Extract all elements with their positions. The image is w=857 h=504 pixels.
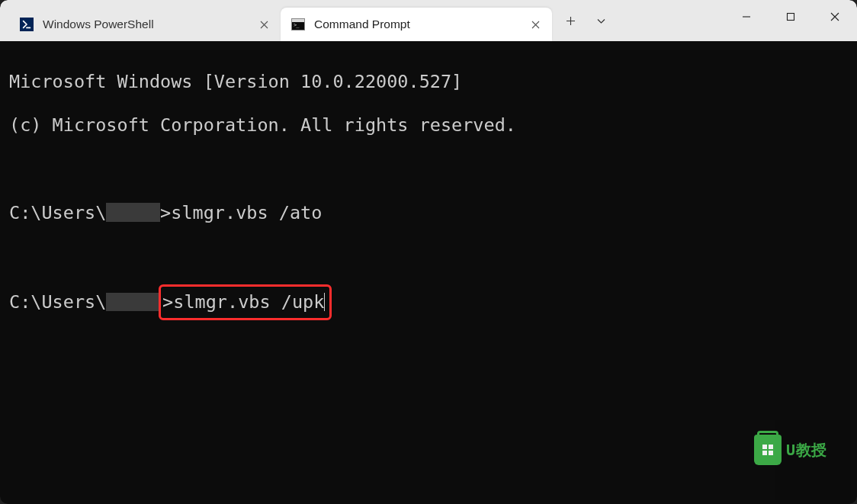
redacted-username (106, 203, 160, 222)
cmd-icon (291, 18, 305, 31)
tab-close-button[interactable] (525, 14, 546, 35)
close-icon (531, 21, 540, 29)
svg-rect-4 (769, 445, 773, 449)
blank-line (9, 246, 848, 268)
tab-strip: Windows PowerShell Command Prompt (0, 0, 552, 41)
banner-line: Microsoft Windows [Version 10.0.22000.52… (9, 71, 848, 93)
watermark-badge-icon (754, 435, 782, 465)
prompt-caret: > (160, 202, 171, 223)
text-cursor (324, 293, 325, 312)
title-bar: Windows PowerShell Command Prompt (0, 0, 857, 41)
plus-icon (566, 16, 576, 26)
command-text: slmgr.vbs /upk (173, 291, 324, 313)
close-icon (830, 12, 839, 21)
svg-rect-6 (769, 451, 773, 455)
close-icon (260, 21, 268, 29)
svg-rect-3 (762, 445, 767, 449)
tab-command-prompt[interactable]: Command Prompt (281, 8, 552, 41)
prompt-line: C:\Users\ >slmgr.vbs /upk (9, 289, 848, 316)
watermark-text: U教授 (786, 442, 851, 457)
window-controls (724, 0, 857, 34)
minimize-icon (742, 12, 751, 21)
watermark: U教授 (754, 398, 851, 501)
prompt-path: C:\Users\ (9, 202, 106, 223)
tab-title: Windows PowerShell (43, 18, 253, 31)
minimize-button[interactable] (724, 0, 769, 34)
chevron-down-icon (596, 16, 606, 26)
tab-close-button[interactable] (253, 14, 274, 35)
tab-actions (555, 0, 616, 41)
highlight-annotation: >slmgr.vbs /upk (159, 284, 332, 320)
command-text: slmgr.vbs /ato (171, 202, 322, 223)
prompt-path: C:\Users\ (9, 291, 106, 313)
terminal-output[interactable]: Microsoft Windows [Version 10.0.22000.52… (0, 41, 857, 504)
maximize-icon (786, 12, 795, 21)
tab-powershell[interactable]: Windows PowerShell (9, 8, 281, 41)
blank-line (9, 158, 848, 180)
watermark-text-block: U教授 (786, 398, 851, 501)
new-tab-button[interactable] (555, 4, 586, 37)
maximize-button[interactable] (769, 0, 813, 34)
prompt-line: C:\Users\ >slmgr.vbs /ato (9, 202, 848, 224)
redacted-username (106, 293, 160, 312)
prompt-caret: > (162, 291, 173, 313)
banner-line: (c) Microsoft Corporation. All rights re… (9, 114, 848, 136)
svg-rect-5 (762, 451, 767, 455)
tab-dropdown-button[interactable] (586, 4, 616, 37)
window-close-button[interactable] (813, 0, 857, 34)
tab-title: Command Prompt (314, 18, 525, 31)
powershell-icon (20, 18, 34, 31)
svg-rect-2 (788, 14, 794, 21)
